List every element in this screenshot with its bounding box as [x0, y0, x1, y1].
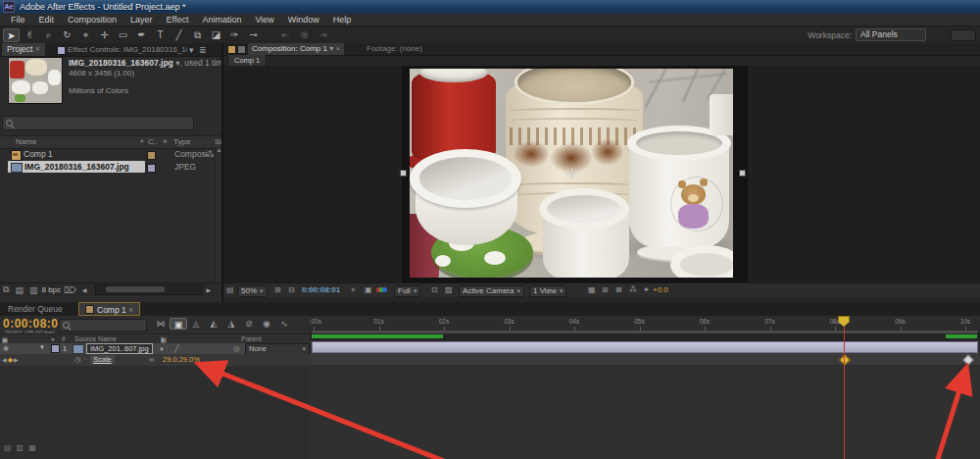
tab-footage[interactable]: Footage: (none)	[367, 44, 422, 53]
camera-dropdown[interactable]: Active Camera▾	[459, 285, 524, 297]
viewer-option-icon[interactable]: ⊠	[615, 285, 622, 294]
column-name[interactable]: Name	[16, 137, 36, 146]
rotation-tool[interactable]: ↻	[59, 28, 75, 42]
graph-editor-icon[interactable]: ∿	[275, 318, 293, 330]
menu-item[interactable]: Window	[281, 15, 326, 25]
chevron-down-icon[interactable]: ▾	[189, 45, 194, 55]
workspace-search-input[interactable]	[951, 29, 976, 41]
layer-handle-left[interactable]	[400, 170, 407, 177]
close-icon[interactable]: ×	[35, 44, 40, 54]
align-icon[interactable]: ⇤	[277, 28, 294, 42]
region-of-interest-icon[interactable]: ⊡	[431, 285, 438, 294]
roto-brush-tool[interactable]: ✑	[226, 28, 243, 42]
stopwatch-icon[interactable]: ◷	[74, 355, 81, 364]
transparency-grid-icon[interactable]: ▨	[445, 285, 453, 294]
work-area-bar[interactable]	[312, 331, 978, 333]
comp-image-layer[interactable]	[410, 69, 733, 278]
selection-tool[interactable]: ➤	[3, 28, 20, 42]
scale-property-row[interactable]: ◀◆▶ ◷ ∟ Scale ∞ 29.0,29.0%	[0, 354, 310, 366]
scroll-right-icon[interactable]: ▶	[206, 286, 211, 293]
layer-duration-bar[interactable]	[312, 341, 978, 353]
zoom-tool[interactable]: ⌕	[40, 28, 57, 42]
interpret-footage-icon[interactable]: ⧉	[3, 284, 9, 295]
eye-icon[interactable]: ◉	[3, 344, 9, 352]
keyframe[interactable]	[962, 354, 973, 365]
new-folder-icon[interactable]: ▤	[15, 285, 24, 295]
hide-shy-icon[interactable]: ◭	[205, 318, 222, 330]
viewer-option-icon[interactable]: ✦	[643, 285, 650, 294]
eraser-tool[interactable]: ◪	[208, 28, 224, 42]
trash-icon[interactable]: ⌦	[64, 285, 76, 295]
panel-menu-icon[interactable]: ≣	[199, 45, 207, 55]
type-tool[interactable]: T	[152, 28, 169, 42]
current-time-display[interactable]: 0:00:08:01	[3, 317, 66, 331]
tab-composition[interactable]: Composition: Comp 1 ▾ ×	[248, 43, 344, 55]
panel-menu-icon[interactable]: ▤	[226, 285, 234, 294]
quality-best-icon[interactable]: ╱	[174, 344, 179, 353]
column-source-name[interactable]: Source Name	[74, 335, 117, 342]
parent-pickwhip-icon[interactable]: ◎	[233, 344, 240, 353]
menu-item[interactable]: Layer	[123, 15, 160, 25]
menu-item[interactable]: Effect	[160, 15, 196, 25]
scale-value[interactable]: 29.0,29.0%	[163, 355, 200, 364]
bit-depth-value[interactable]: 8 bpc	[41, 285, 61, 294]
bit-depth-icon[interactable]: ▥	[29, 285, 38, 295]
live-update-icon[interactable]: ▣	[170, 318, 187, 330]
close-icon[interactable]: ×	[128, 305, 133, 315]
timeline-search-input[interactable]	[59, 319, 147, 332]
safe-margins-icon[interactable]: ⊟	[288, 285, 295, 294]
constrain-link-icon[interactable]: ∞	[149, 355, 154, 364]
expand-inout-icon[interactable]: ▦	[28, 443, 36, 452]
current-time-indicator-line[interactable]	[844, 326, 845, 459]
pen-tool[interactable]: ✒	[133, 28, 150, 42]
view-layout-dropdown[interactable]: 1 View▾	[529, 285, 566, 297]
project-hscrollbar[interactable]	[95, 284, 203, 295]
label-color-swatch[interactable]	[147, 151, 156, 160]
layer-handle-right[interactable]	[739, 170, 746, 177]
project-search-input[interactable]	[2, 116, 194, 130]
close-icon[interactable]: ×	[335, 44, 340, 53]
shape-tool[interactable]: ▭	[115, 28, 131, 42]
snapshot-icon[interactable]: ⌖	[351, 285, 356, 295]
menu-item[interactable]: Animation	[195, 15, 248, 25]
project-item-comp[interactable]: Comp 1 Composi... ⁂	[0, 148, 215, 161]
exposure-value[interactable]: +0.0	[653, 285, 668, 294]
column-c[interactable]: C..	[148, 137, 158, 146]
expand-modes-icon[interactable]: ▥	[17, 443, 24, 452]
show-snapshot-icon[interactable]: ▣	[365, 285, 372, 294]
brush-tool[interactable]: ╱	[171, 28, 187, 42]
column-type[interactable]: Type	[173, 137, 190, 146]
viewer-option-icon[interactable]: ▦	[588, 285, 596, 294]
menu-item[interactable]: Composition	[61, 15, 123, 25]
scroll-left-icon[interactable]: ◀	[82, 286, 87, 293]
tracker-icon[interactable]: ⊕	[296, 28, 313, 42]
menu-item[interactable]: File	[4, 15, 32, 25]
viewer-option-icon[interactable]: ⁂	[629, 285, 637, 294]
column-parent[interactable]: Parent	[241, 335, 262, 342]
menu-item[interactable]: Edit	[32, 15, 62, 25]
pan-behind-tool[interactable]: ✛	[96, 28, 113, 42]
keyframe-selected[interactable]	[839, 354, 850, 365]
label-tag-icon[interactable]: ✦	[162, 137, 169, 146]
hand-tool[interactable]: ✌	[22, 28, 38, 42]
frame-blend-enable-icon[interactable]: ◮	[222, 318, 240, 330]
anchor-point-icon[interactable]	[571, 168, 572, 178]
tab-comp-timeline[interactable]: Comp 1 ×	[78, 302, 140, 316]
layer-name[interactable]: IMG_201..607.jpg	[86, 343, 153, 354]
quality-diamond-icon[interactable]: ♦	[160, 344, 164, 353]
tab-project[interactable]: Project ×	[2, 43, 45, 56]
viewer-option-icon[interactable]: ⊞	[602, 285, 609, 294]
draft-3d-icon[interactable]: ◬	[187, 318, 205, 330]
magnification-dropdown[interactable]: 50%▾	[237, 285, 268, 297]
scale-property-label[interactable]: Scale	[90, 355, 115, 364]
layer-label-chip[interactable]	[51, 344, 60, 353]
time-ruler[interactable]: 0:00s01s02s03s04s05s06s07s08s09s10s	[310, 316, 980, 332]
mask-icon[interactable]: ⇥	[315, 28, 331, 42]
unified-camera-tool[interactable]: ⌖	[77, 28, 94, 42]
workspace-dropdown[interactable]: All Panels	[856, 28, 926, 41]
resolution-dropdown[interactable]: Full▾	[394, 285, 420, 297]
comp-mini-flowchart-icon[interactable]: ⋈	[152, 318, 170, 330]
label-color-swatch[interactable]	[147, 164, 156, 173]
grid-options-icon[interactable]: ⊞	[274, 285, 281, 294]
expand-triangle-icon[interactable]: ▼	[39, 344, 45, 350]
